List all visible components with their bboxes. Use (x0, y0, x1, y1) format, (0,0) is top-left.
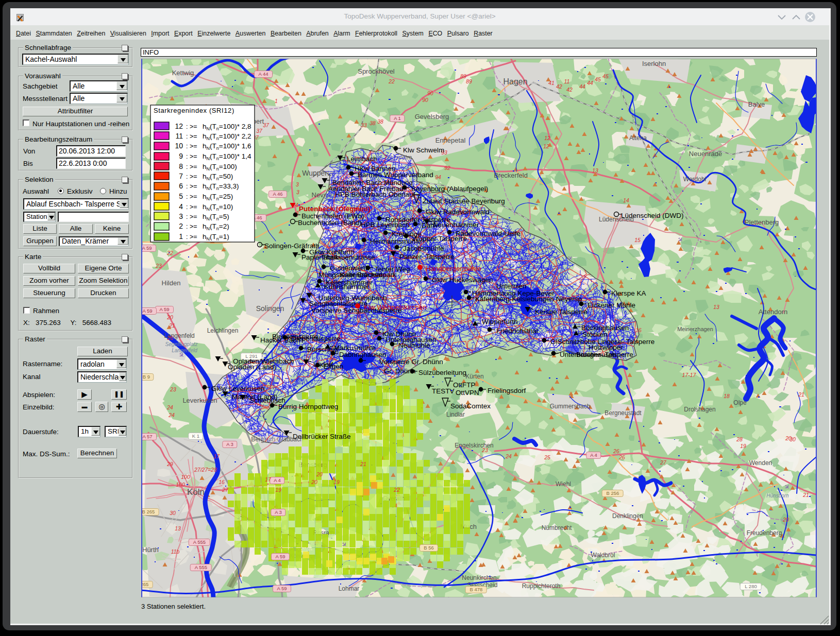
svg-text:Neuenrade: Neuenrade (689, 150, 722, 158)
svg-text:A 59: A 59 (142, 308, 152, 314)
svg-text:94: 94 (435, 174, 441, 180)
svg-text:: >=: : >= (186, 233, 197, 240)
svg-text:hN(Tn=100)* 2,2: hN(Tn=100)* 2,2 (203, 132, 251, 141)
svg-text:21: 21 (169, 322, 175, 329)
svg-text:Neunkirchen-: Neunkirchen- (462, 574, 498, 581)
svg-text:A 3: A 3 (275, 509, 282, 515)
svg-text:Leichlingen: Leichlingen (207, 327, 239, 334)
svg-text:Solingen-Gräfrath: Solingen-Gräfrath (264, 242, 320, 250)
svg-text:Iserlohn: Iserlohn (642, 60, 666, 67)
svg-text:42: 42 (556, 83, 562, 90)
svg-text:L 280: L 280 (745, 583, 757, 589)
svg-text:33: 33 (361, 122, 367, 128)
svg-text:Sülzüberleitung: Sülzüberleitung (418, 369, 466, 376)
svg-text:: >=: : >= (186, 203, 197, 211)
svg-text:2: 2 (179, 222, 183, 230)
svg-text:Klw Schwelm: Klw Schwelm (403, 146, 444, 154)
svg-text:Gklw Radevormwald: Gklw Radevormwald (426, 208, 490, 216)
svg-text:: >=: : >= (186, 213, 197, 220)
svg-text:Segelflugplatz: Segelflugplatz (165, 341, 198, 347)
svg-text:A 555: A 555 (195, 564, 207, 570)
svg-text:B 265: B 265 (141, 581, 148, 587)
svg-text:A 57: A 57 (142, 434, 152, 439)
svg-text:30: 30 (170, 510, 176, 516)
svg-text:B 256: B 256 (607, 490, 619, 496)
svg-text:27/27=28: 27/27=28 (194, 467, 217, 473)
svg-text:: >=: : >= (186, 223, 197, 230)
svg-text:hN(Tn=100)* 1,6: hN(Tn=100)* 1,6 (203, 142, 251, 151)
svg-text:B 9: B 9 (143, 374, 150, 380)
svg-text:Opladen (Land): Opladen (Land) (228, 363, 276, 371)
svg-text:1: 1 (179, 232, 183, 240)
svg-text:24: 24 (505, 453, 512, 459)
svg-text:13: 13 (713, 304, 719, 310)
svg-text:OttFTP: OttFTP (453, 381, 476, 389)
svg-text:Hangbergermühle: Hangbergermühle (426, 265, 481, 272)
svg-text:37: 37 (263, 122, 270, 128)
svg-text:19: 19 (275, 487, 281, 493)
svg-text:24: 24 (166, 404, 173, 410)
svg-text:20: 20 (316, 471, 323, 477)
svg-text:17-17: 17-17 (682, 372, 697, 378)
svg-text:9: 9 (179, 152, 183, 160)
svg-text:12: 12 (543, 143, 549, 149)
svg-text:45: 45 (602, 73, 609, 79)
svg-text:A 59: A 59 (275, 554, 285, 559)
svg-text:7: 7 (179, 172, 183, 180)
svg-text:Klw Wermelskirchen: Klw Wermelskirchen (364, 303, 427, 311)
svg-text:4: 4 (295, 202, 298, 208)
svg-text:Kuhnshammer: Kuhnshammer (324, 283, 369, 290)
svg-text:44: 44 (587, 80, 593, 86)
svg-text:Panzer- Talsperre: Panzer- Talsperre (399, 253, 454, 261)
svg-text:3: 3 (296, 181, 299, 187)
svg-text:4: 4 (179, 202, 183, 211)
svg-text:Buchenhofen (Band): Buchenhofen (Band) (298, 219, 362, 227)
svg-text:Jacobsmühle: Jacobsmühle (403, 245, 444, 252)
svg-text:: >=: : >= (186, 183, 197, 190)
svg-text:Wenden: Wenden (749, 459, 772, 467)
svg-text:37: 37 (256, 128, 263, 134)
svg-text:14: 14 (623, 197, 629, 203)
svg-text:12: 12 (544, 135, 550, 141)
svg-text:Ruppichteroth: Ruppichteroth (522, 582, 561, 590)
svg-text:Zulauf Stausee Beyenburg: Zulauf Stausee Beyenburg (423, 197, 505, 205)
svg-text:23: 23 (155, 263, 162, 269)
svg-text:22: 22 (166, 250, 173, 256)
svg-text:Werdohl: Werdohl (683, 176, 706, 183)
svg-text:38: 38 (369, 120, 376, 126)
svg-text:Wipperfürth: Wipperfürth (482, 318, 518, 325)
svg-text:24: 24 (168, 412, 175, 418)
svg-text:Dabringhausen: Dabringhausen (339, 351, 387, 358)
svg-text:Käfernberg-Kelsiebungen Neyers: Käfernberg-Kelsiebungen Neyersp (475, 295, 582, 303)
svg-text:12: 12 (175, 122, 183, 130)
svg-text:28: 28 (736, 436, 743, 442)
svg-text:27: 27 (222, 487, 229, 493)
svg-text:Gklw Hückeswagen: Gklw Hückeswagen (432, 276, 493, 284)
svg-text:Nümbrecht: Nümbrecht (542, 524, 572, 531)
svg-text:A 59: A 59 (142, 245, 152, 251)
svg-text:Hilden: Hilden (162, 279, 181, 287)
svg-text:11: 11 (564, 78, 570, 84)
svg-text:Hünsborn: Hünsborn (766, 493, 789, 499)
svg-text:Köln: Köln (187, 487, 205, 497)
svg-text:Wiehl: Wiehl (556, 480, 571, 488)
svg-text:Neumühle: Neumühle (398, 341, 430, 349)
svg-text:Putenbeck (Olegmini): Putenbeck (Olegmini) (299, 205, 371, 213)
svg-text:B 478: B 478 (470, 587, 483, 592)
svg-text:Brucher- Talsperre: Brucher- Talsperre (576, 351, 633, 358)
svg-text:15: 15 (634, 237, 641, 243)
svg-text:A 555: A 555 (193, 539, 206, 545)
svg-text:Krebsöge: Krebsöge (392, 230, 422, 238)
svg-text:Hagen: Hagen (503, 77, 527, 86)
svg-text:19: 19 (333, 479, 340, 485)
svg-text:Eifgen: Eifgen (324, 363, 343, 370)
svg-text:Lüdenscheid (DWD): Lüdenscheid (DWD) (621, 212, 684, 219)
svg-text:100: 100 (176, 482, 185, 488)
svg-text:Ronsdorfer Talsperre: Ronsdorfer Talsperre (385, 216, 450, 224)
svg-text:Waldbröl: Waldbröl (591, 552, 615, 559)
svg-text:Stöcken: Stöcken (582, 331, 608, 338)
svg-text:11b: 11b (171, 548, 180, 555)
svg-text:A 3: A 3 (226, 441, 233, 447)
svg-text:: >=: : >= (186, 163, 197, 170)
svg-text:Kierspe KA: Kierspe KA (611, 289, 646, 297)
